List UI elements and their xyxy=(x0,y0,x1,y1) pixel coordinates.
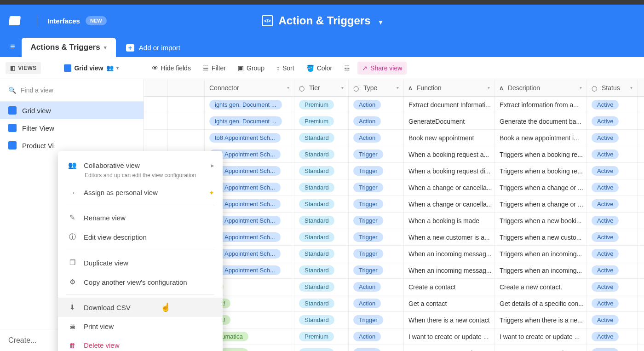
duplicate-view-item[interactable]: ❐ Duplicate view xyxy=(58,253,223,272)
tier-cell[interactable]: Standard xyxy=(294,196,349,212)
tier-cell[interactable]: Standard xyxy=(294,179,349,196)
share-view-button[interactable]: ↗ Share view xyxy=(357,62,407,75)
type-cell[interactable]: Trigger xyxy=(349,163,404,179)
status-cell[interactable]: Active xyxy=(587,179,638,196)
connector-cell[interactable]: ights gen. Document ... xyxy=(205,97,294,113)
chevron-down-icon[interactable]: ▾ xyxy=(488,85,490,90)
type-cell[interactable]: Trigger xyxy=(349,262,404,278)
function-cell[interactable]: When an incoming messag... xyxy=(404,246,495,262)
tier-cell[interactable]: Standard xyxy=(294,146,349,162)
interfaces-link[interactable]: Interfaces xyxy=(47,17,80,25)
function-cell[interactable]: When a new customer is a... xyxy=(404,229,495,245)
color-button[interactable]: 🪣 Color xyxy=(302,62,337,75)
type-cell[interactable]: Action xyxy=(349,97,404,113)
status-cell[interactable]: Active xyxy=(587,229,638,245)
description-cell[interactable]: Triggers when an incoming... xyxy=(495,246,587,262)
description-cell[interactable]: Extract information from a... xyxy=(495,97,587,113)
type-cell[interactable]: Action xyxy=(349,113,404,129)
description-cell[interactable]: Get details of a specific con... xyxy=(495,295,587,311)
sort-button[interactable]: ↕ Sort xyxy=(272,62,299,75)
tier-cell[interactable]: Standard xyxy=(294,130,349,146)
status-cell[interactable]: Active xyxy=(587,97,638,113)
description-cell[interactable]: Triggers when a new booki... xyxy=(495,213,587,229)
description-cell[interactable]: Triggers when a booking re... xyxy=(495,163,587,179)
function-cell[interactable]: Get a contact xyxy=(404,295,495,311)
function-cell[interactable]: GenerateDocument xyxy=(404,113,495,129)
chevron-down-icon[interactable]: ▾ xyxy=(397,85,399,90)
hamburger-icon[interactable]: ≡ xyxy=(7,42,22,57)
tier-cell[interactable]: Standard xyxy=(294,295,349,311)
connector-cell[interactable]: to8 Appointment Sch... xyxy=(205,130,294,146)
print-view-item[interactable]: 🖶 Print view xyxy=(58,317,223,336)
tier-cell[interactable]: Premium xyxy=(294,328,349,345)
description-cell[interactable]: Generate the document ba... xyxy=(495,113,587,129)
delete-view-item[interactable]: 🗑 Delete view xyxy=(58,336,223,351)
connector-header[interactable]: Connector▾ xyxy=(205,79,294,96)
description-cell[interactable]: I want to create or update ... xyxy=(495,345,587,351)
tab-actions-triggers[interactable]: Actions & Triggers ▾ xyxy=(22,38,116,57)
tier-cell[interactable]: Standard xyxy=(294,312,349,328)
function-cell[interactable]: I want to create or update ... xyxy=(404,328,495,345)
connector-cell[interactable]: ights gen. Document ... xyxy=(205,113,294,129)
chevron-down-icon[interactable]: ▾ xyxy=(341,85,344,90)
filter-button[interactable]: ☰ Filter xyxy=(198,62,230,75)
id-cell[interactable] xyxy=(168,130,205,146)
view-switcher-button[interactable]: Grid view 👥 ▾ xyxy=(59,62,123,75)
edit-description-item[interactable]: ⓘ Edit view description xyxy=(58,227,223,247)
tier-cell[interactable]: Premium xyxy=(294,113,349,129)
description-cell[interactable]: Triggers when a new custo... xyxy=(495,229,587,245)
tier-cell[interactable]: Standard xyxy=(294,229,349,245)
table-row[interactable]: ights gen. Document ... Premium Action E… xyxy=(144,97,644,113)
status-cell[interactable]: Active xyxy=(587,279,638,295)
status-cell[interactable]: Active xyxy=(587,146,638,162)
description-cell[interactable]: Triggers when a change or ... xyxy=(495,179,587,196)
type-cell[interactable]: Trigger xyxy=(349,229,404,245)
status-cell[interactable]: Active xyxy=(587,328,638,345)
id-cell[interactable] xyxy=(168,113,205,129)
function-cell[interactable]: When a change or cancella... xyxy=(404,179,495,196)
search-views-input[interactable]: 🔍 Find a view xyxy=(0,79,144,102)
description-cell[interactable]: Triggers when a change or ... xyxy=(495,196,587,212)
id-cell[interactable] xyxy=(168,97,205,113)
rename-view-item[interactable]: ✎ Rename view xyxy=(58,208,223,227)
status-cell[interactable]: Active xyxy=(587,113,638,129)
tier-cell[interactable]: Standard xyxy=(294,213,349,229)
tier-cell[interactable]: Premium xyxy=(294,97,349,113)
function-cell[interactable]: When a booking request a... xyxy=(404,146,495,162)
table-row[interactable]: ights gen. Document ... Premium Action G… xyxy=(144,113,644,130)
status-cell[interactable]: Active xyxy=(587,213,638,229)
status-cell[interactable]: Active xyxy=(587,345,638,351)
download-csv-item[interactable]: ⬇ Download CSV xyxy=(58,298,223,317)
chevron-down-icon[interactable]: ▾ xyxy=(104,45,107,51)
status-header[interactable]: Status▾ xyxy=(587,79,638,96)
type-cell[interactable]: Trigger xyxy=(349,179,404,196)
group-button[interactable]: ▣ Group xyxy=(233,62,269,75)
type-cell[interactable]: Trigger xyxy=(349,312,404,328)
copy-config-item[interactable]: ⚙ Copy another view's configuration xyxy=(58,272,223,292)
tier-cell[interactable]: Standard xyxy=(294,246,349,262)
description-cell[interactable]: I want to create or update ... xyxy=(495,328,587,345)
function-cell[interactable]: When a booking request di... xyxy=(404,163,495,179)
function-cell[interactable]: When there is a new contact xyxy=(404,312,495,328)
row-height-button[interactable]: ☲ xyxy=(339,62,355,75)
add-or-import-tab[interactable]: Add or import xyxy=(116,44,180,57)
function-header[interactable]: Function▾ xyxy=(404,79,495,96)
tier-cell[interactable]: Premium xyxy=(294,345,349,351)
function-cell[interactable]: When a booking is made xyxy=(404,213,495,229)
collaborative-view-item[interactable]: 👥 Collaborative view ▸ xyxy=(58,155,223,175)
description-cell[interactable]: Book a new appointment i... xyxy=(495,130,587,146)
status-cell[interactable]: Active xyxy=(587,262,638,278)
description-header[interactable]: Description▾ xyxy=(495,79,587,96)
function-cell[interactable]: Extract document Informati... xyxy=(404,97,495,113)
description-cell[interactable]: Create a new contact. xyxy=(495,279,587,295)
airtable-logo-icon[interactable] xyxy=(9,16,21,25)
assign-personal-view-item[interactable]: → Assign as personal view ✦ xyxy=(58,183,223,202)
status-cell[interactable]: Active xyxy=(587,130,638,146)
views-toggle-button[interactable]: ◧ VIEWS xyxy=(6,62,41,74)
chevron-down-icon[interactable]: ▾ xyxy=(287,85,289,90)
function-cell[interactable]: Create a contact xyxy=(404,279,495,295)
type-cell[interactable]: Trigger xyxy=(349,213,404,229)
base-title-dropdown[interactable]: Action & Triggers xyxy=(262,14,382,27)
chevron-down-icon[interactable]: ▾ xyxy=(630,85,632,90)
function-cell[interactable]: When an incoming messag... xyxy=(404,262,495,278)
